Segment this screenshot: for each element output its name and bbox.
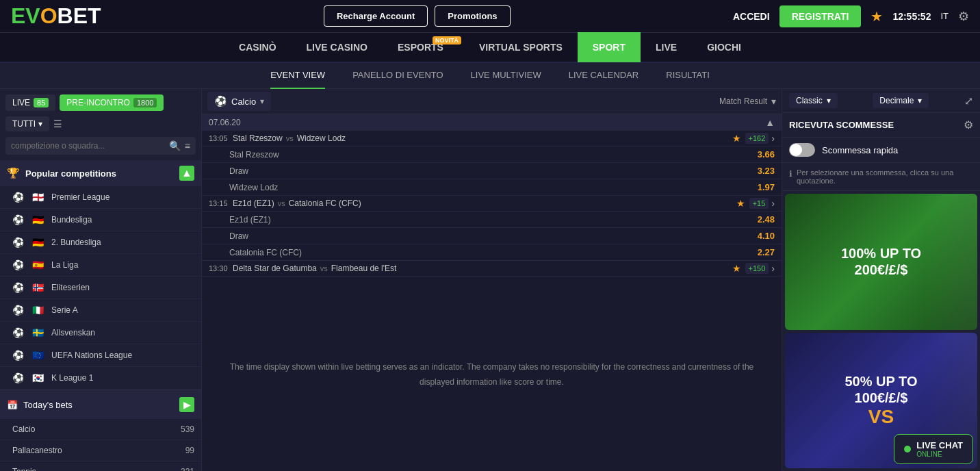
nav-live[interactable]: LIVE: [641, 32, 692, 62]
bet-pallacanestro[interactable]: Pallacanestro 99: [0, 440, 201, 461]
odds-row-1b[interactable]: Draw 3.23: [202, 163, 782, 179]
nav-esports[interactable]: ESPORTS NOVITÀ: [383, 32, 464, 62]
subnav-live-calendar[interactable]: LIVE CALENDAR: [569, 63, 639, 89]
league-bundesliga[interactable]: ⚽ 🇩🇪 Bundesliga: [0, 209, 201, 231]
league-k-league[interactable]: ⚽ 🇰🇷 K League 1: [0, 367, 201, 390]
center-panel: ⚽ Calcio ▾ Match Result ▾ 07.06.20 ▲ 13:…: [202, 89, 782, 471]
bet-pallacanestro-name: Pallacanestro: [12, 446, 62, 455]
scommessa-toggle[interactable]: [789, 143, 815, 157]
favorites-icon[interactable]: ★: [871, 8, 883, 25]
accedi-button[interactable]: ACCEDI: [733, 11, 770, 22]
search-input[interactable]: [11, 141, 169, 151]
league-premier-league[interactable]: ⚽ 🏴󠁧󠁢󠁥󠁮󠁧󠁿 Premier League: [0, 186, 201, 209]
league-allsvenskan[interactable]: ⚽ 🇸🇪 Allsvenskan: [0, 322, 201, 344]
league-2bundesliga[interactable]: ⚽ 🇩🇪 2. Bundesliga: [0, 231, 201, 254]
sidebar-tabs: LIVE 85 PRE-INCONTRO 1800: [0, 89, 201, 111]
league-serie-a[interactable]: ⚽ 🇮🇹 Serie A: [0, 299, 201, 322]
promo-banner-1[interactable]: 100% UP TO200€/£/$: [785, 194, 977, 330]
league-eliteserien[interactable]: ⚽ 🇳🇴 Eliteserien: [0, 277, 201, 299]
match-arrow-2[interactable]: ›: [771, 198, 775, 209]
right-panel: Classic ▾ Decimale ▾ ⤢ RICEVUTA SCOMMESS…: [782, 89, 980, 471]
match-header: ⚽ Calcio ▾ Match Result ▾: [202, 89, 782, 114]
language-selector[interactable]: IT: [940, 11, 949, 21]
tab-preincontro[interactable]: PRE-INCONTRO 1800: [60, 94, 164, 111]
ricevuta-header: RICEVUTA SCOMMESSE ⚙: [782, 113, 980, 138]
logo-text: EVOBET: [11, 3, 101, 29]
nav-sport[interactable]: SPORT: [578, 32, 641, 62]
bet-calcio[interactable]: Calcio 539: [0, 419, 201, 440]
scommessa-label: Scommessa rapida: [822, 145, 898, 155]
registrati-button[interactable]: REGISTRATI: [779, 5, 862, 27]
league-uefa-nations[interactable]: ⚽ 🇪🇺 UEFA Nations League: [0, 344, 201, 367]
fullscreen-icon[interactable]: ⤢: [964, 94, 973, 107]
odds-row-2b[interactable]: Draw 4.10: [202, 228, 782, 244]
nav-live-casino[interactable]: LIVE CASINO: [292, 32, 383, 62]
filter-tutti[interactable]: TUTTI ▾: [5, 116, 49, 131]
live-chat-widget[interactable]: LIVE CHAT ONLINE: [894, 434, 973, 464]
view-selector[interactable]: Classic ▾: [789, 93, 838, 108]
sidebar-filters: TUTTI ▾ ☰: [0, 111, 201, 137]
subnav-live-multiview[interactable]: LIVE MULTIVIEW: [471, 63, 541, 89]
filter-list-icon[interactable]: ☰: [53, 118, 62, 129]
match-plus-2[interactable]: +15: [749, 198, 769, 209]
date-collapse-icon[interactable]: ▲: [765, 117, 775, 128]
match-result-text: Match Result: [719, 97, 767, 106]
match-plus-3[interactable]: +150: [745, 263, 769, 274]
nav-casino[interactable]: CASINÒ: [224, 32, 291, 62]
match-star-2[interactable]: ★: [736, 198, 745, 209]
search-icon[interactable]: 🔍: [169, 140, 181, 151]
todays-bets-expand[interactable]: ▶: [179, 397, 194, 412]
bet-tennis[interactable]: Tennis 321: [0, 461, 201, 471]
match-teams-3: Delta Star de Gatumba vs Flambeau de l'E…: [233, 264, 728, 273]
decimal-selector[interactable]: Decimale ▾: [873, 93, 929, 108]
tab-live[interactable]: LIVE 85: [5, 94, 55, 111]
odds-value-2a: 2.48: [758, 214, 775, 225]
logo: EVOBET: [11, 3, 101, 29]
sport-filter[interactable]: ⚽ Calcio ▾: [207, 92, 271, 111]
match-row-2[interactable]: 13:15 Ez1d (EZ1) vs Catalonia FC (CFC) ★…: [202, 196, 782, 212]
nav-giochi[interactable]: GIOCHI: [692, 32, 756, 62]
match-plus-1[interactable]: +162: [745, 133, 769, 144]
league-name: Serie A: [51, 305, 194, 315]
odds-value-1b: 3.23: [758, 166, 775, 176]
league-name: Allsvenskan: [51, 328, 194, 338]
odds-row-2a[interactable]: Ez1d (EZ1) 2.48: [202, 212, 782, 228]
tab-preincontro-label: PRE-INCONTRO: [66, 98, 130, 107]
date-label: 07.06.20: [209, 118, 241, 127]
info-text: The time display shown within live betti…: [216, 360, 768, 390]
odds-label-1c: Widzew Lodz: [229, 183, 278, 192]
promotions-button[interactable]: Promotions: [435, 5, 510, 27]
popular-competitions-header[interactable]: 🏆 Popular competitions ▲: [0, 160, 201, 186]
odds-row-1c[interactable]: Widzew Lodz 1.97: [202, 179, 782, 196]
header-right: ACCEDI REGISTRATI ★ 12:55:52 IT ⚙: [733, 5, 969, 27]
subnav-event-view[interactable]: EVENT VIEW: [270, 63, 325, 89]
match-star-1[interactable]: ★: [732, 133, 741, 144]
bet-pallacanestro-count: 99: [185, 446, 194, 455]
odds-row-2c[interactable]: Catalonia FC (CFC) 2.27: [202, 244, 782, 261]
flag-eu: 🇪🇺: [31, 351, 44, 360]
settings-icon[interactable]: ⚙: [958, 9, 969, 24]
match-star-3[interactable]: ★: [732, 263, 741, 274]
tab-preincontro-count: 1800: [133, 98, 157, 107]
match-row-3[interactable]: 13:30 Delta Star de Gatumba vs Flambeau …: [202, 261, 782, 277]
nav-virtual-sports[interactable]: VIRTUAL SPORTS: [464, 32, 578, 62]
match-arrow-1[interactable]: ›: [771, 133, 775, 144]
match-row-1[interactable]: 13:05 Stal Rzeszow vs Widzew Lodz ★ +162…: [202, 131, 782, 147]
league-la-liga[interactable]: ⚽ 🇪🇸 La Liga: [0, 254, 201, 277]
bet-tennis-name: Tennis: [12, 467, 36, 471]
match-arrow-3[interactable]: ›: [771, 263, 775, 274]
todays-bets-header[interactable]: 📅 Today's bets ▶: [0, 390, 201, 419]
promo-1-player-image: [923, 194, 977, 330]
match-result-label[interactable]: Match Result ▾: [719, 96, 776, 107]
date-header[interactable]: 07.06.20 ▲: [202, 114, 782, 131]
subnav-risultati[interactable]: RISULTATI: [666, 63, 710, 89]
odds-row-1a[interactable]: Stal Rzeszow 3.66: [202, 147, 782, 163]
soccer-icon: ⚽: [12, 305, 24, 316]
collapse-button[interactable]: ▲: [179, 166, 194, 181]
recharge-button[interactable]: Recharge Account: [324, 5, 428, 27]
list-view-icon[interactable]: ≡: [185, 140, 190, 151]
flag-germany2: 🇩🇪: [31, 238, 44, 247]
logo-evo: EVO: [11, 3, 57, 28]
ricevuta-settings-icon[interactable]: ⚙: [964, 118, 973, 131]
subnav-panello[interactable]: PANELLO DI EVENTO: [352, 63, 443, 89]
